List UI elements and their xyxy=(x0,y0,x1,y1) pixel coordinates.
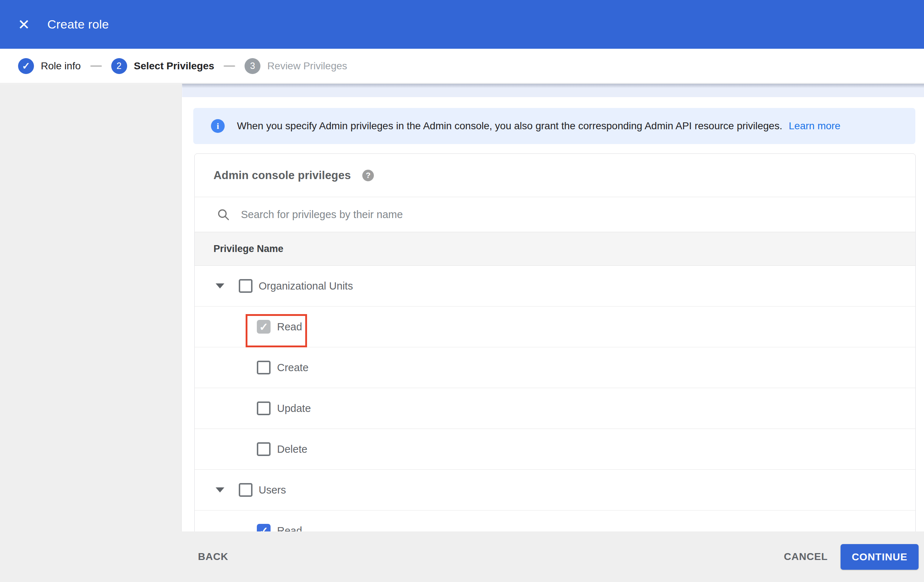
step-3-circle: 3 xyxy=(244,58,261,74)
privilege-label: Organizational Units xyxy=(259,280,353,292)
step-review-privileges[interactable]: 3 Review Privileges xyxy=(244,58,347,74)
back-button[interactable]: BACK xyxy=(198,531,228,582)
table-row: ✓ Read xyxy=(195,307,915,347)
page-title: Create role xyxy=(47,17,109,31)
privilege-label: Delete xyxy=(277,444,307,455)
banner-message: When you specify Admin privileges in the… xyxy=(237,120,782,132)
privilege-label: Read xyxy=(277,321,302,333)
table-header: Privilege Name xyxy=(195,232,915,266)
checkbox-read-users[interactable]: ✓ xyxy=(257,524,271,531)
step-2-circle: 2 xyxy=(111,58,127,74)
continue-button[interactable]: CONTINUE xyxy=(841,544,919,570)
privilege-label: Create xyxy=(277,362,309,374)
stepper: ✓ Role info 2 Select Privileges 3 Review… xyxy=(0,49,924,83)
column-header-privilege-name: Privilege Name xyxy=(213,243,284,254)
table-row: Create xyxy=(195,347,915,388)
collapse-arrow-icon[interactable] xyxy=(216,284,224,289)
check-icon: ✓ xyxy=(259,524,268,532)
checkbox-create[interactable] xyxy=(257,361,271,374)
search-icon xyxy=(216,208,230,221)
info-icon: i xyxy=(211,119,225,133)
banner-text: When you specify Admin privileges in the… xyxy=(237,120,841,132)
info-banner: i When you specify Admin privileges in t… xyxy=(193,108,915,144)
scrolled-content-strip xyxy=(182,84,924,97)
table-row: Organizational Units xyxy=(195,266,915,307)
checkbox-users[interactable] xyxy=(239,483,252,497)
table-row: Delete xyxy=(195,429,915,470)
create-role-dialog: ✕ Create role ✓ Role info 2 Select Privi… xyxy=(0,0,924,582)
cancel-button[interactable]: CANCEL xyxy=(784,531,828,582)
checkbox-read-org-units[interactable]: ✓ xyxy=(257,320,271,334)
checkbox-update[interactable] xyxy=(257,401,271,415)
step-1-complete-circle: ✓ xyxy=(18,58,34,74)
privilege-label: Read xyxy=(277,525,302,532)
checkbox-delete[interactable] xyxy=(257,442,271,456)
card-header: Admin console privileges ? xyxy=(195,154,915,197)
step-separator xyxy=(90,65,102,67)
step-role-info[interactable]: ✓ Role info xyxy=(18,58,81,74)
help-icon[interactable]: ? xyxy=(362,170,374,181)
privilege-label: Update xyxy=(277,402,311,414)
step-separator xyxy=(224,65,235,67)
search-row xyxy=(195,197,915,232)
check-icon: ✓ xyxy=(259,321,268,333)
privileges-card: Admin console privileges ? Privilege Nam… xyxy=(194,153,916,531)
checkbox-organizational-units[interactable] xyxy=(239,279,252,293)
table-row: ✓ Read xyxy=(195,511,915,531)
dialog-header: ✕ Create role xyxy=(0,0,924,49)
content-pane: i When you specify Admin privileges in t… xyxy=(182,84,924,531)
privilege-label: Users xyxy=(259,484,286,496)
table-row: Users xyxy=(195,470,915,511)
step-2-label: Select Privileges xyxy=(134,60,214,72)
learn-more-link[interactable]: Learn more xyxy=(789,120,840,132)
footer-bar: BACK CANCEL CONTINUE xyxy=(0,531,924,582)
collapse-arrow-icon[interactable] xyxy=(216,487,224,493)
step-select-privileges[interactable]: 2 Select Privileges xyxy=(111,58,214,74)
close-icon[interactable]: ✕ xyxy=(13,14,35,35)
step-1-label: Role info xyxy=(41,60,81,72)
search-input[interactable] xyxy=(241,209,675,221)
check-icon: ✓ xyxy=(22,60,30,72)
left-panel xyxy=(0,84,182,531)
step-3-label: Review Privileges xyxy=(267,60,347,72)
table-row: Update xyxy=(195,388,915,429)
card-title: Admin console privileges xyxy=(213,169,351,182)
